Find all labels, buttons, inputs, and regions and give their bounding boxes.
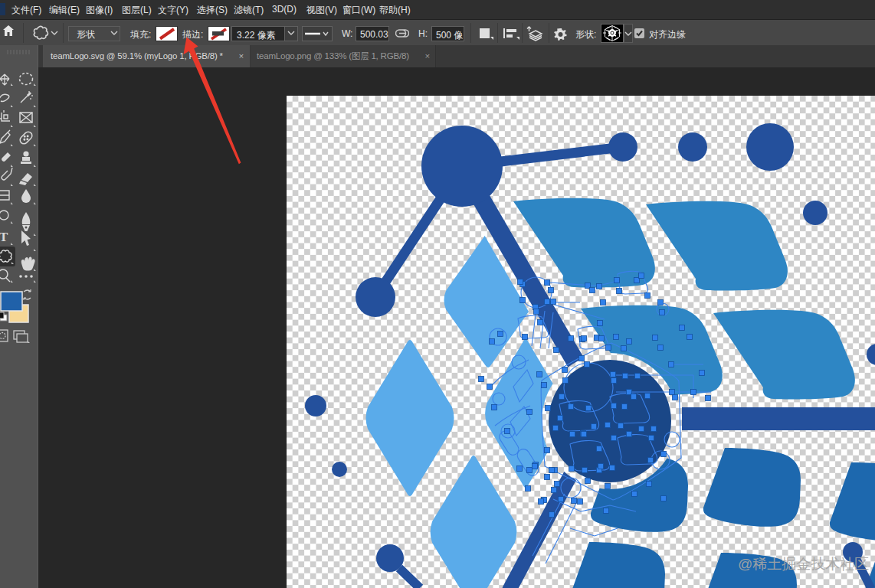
svg-text:T: T: [0, 230, 8, 244]
svg-text:@稀土掘金技术社区: @稀土掘金技术社区: [738, 556, 869, 572]
